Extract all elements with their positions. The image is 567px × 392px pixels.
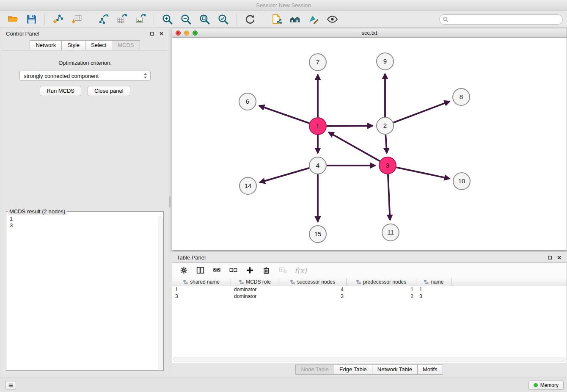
column-header-name[interactable]: name <box>416 278 452 286</box>
table-close-button[interactable] <box>556 255 562 260</box>
mcds-result-text: 1 3 <box>6 215 163 365</box>
svg-text:1: 1 <box>316 122 319 130</box>
graph-node-8[interactable]: 8 <box>453 88 470 105</box>
tab-network[interactable]: Network <box>30 40 62 50</box>
edge-1-to-6[interactable] <box>259 106 309 124</box>
unselect-all-button[interactable] <box>228 266 238 275</box>
tab-node-table[interactable]: Node Table <box>295 364 334 375</box>
svg-text:10: 10 <box>458 177 465 185</box>
column-sort-icon <box>424 280 429 284</box>
zoom-fit-button[interactable] <box>196 13 213 26</box>
column-header-shared-name[interactable]: shared name <box>172 278 231 286</box>
graph-node-6[interactable]: 6 <box>239 93 256 110</box>
result-scrollbar[interactable] <box>158 216 162 369</box>
select-all-button[interactable] <box>212 266 221 275</box>
graph-node-10[interactable]: 10 <box>453 173 470 190</box>
network-canvas[interactable]: 7968124314101511 <box>172 38 567 250</box>
home-button[interactable] <box>286 13 303 26</box>
column-sort-icon <box>239 280 244 284</box>
graph-node-9[interactable]: 9 <box>377 53 394 70</box>
search-icon <box>443 17 449 22</box>
graph-node-15[interactable]: 15 <box>309 226 326 243</box>
add-column-button[interactable] <box>245 266 254 275</box>
zoom-in-icon <box>162 14 173 25</box>
style-brush-button[interactable] <box>305 13 322 26</box>
svg-text:6: 6 <box>246 98 249 105</box>
edge-4-to-14[interactable] <box>260 168 309 182</box>
edge-2-to-8[interactable] <box>394 101 450 122</box>
column-header-successor-nodes[interactable]: successor nodes <box>279 278 347 286</box>
export-network-button[interactable] <box>95 13 112 26</box>
network-maximize-button[interactable]: + <box>193 30 198 36</box>
function-builder-button[interactable]: f(x) <box>295 266 307 275</box>
table-panel: Table Panel <box>172 252 567 376</box>
column-sort-icon <box>356 280 361 284</box>
optimization-criterion-select[interactable]: strongly connected component <box>19 71 151 81</box>
import-network-button[interactable] <box>50 13 66 26</box>
table-toolbar: f(x) <box>172 263 567 278</box>
delete-column-button[interactable] <box>261 266 271 275</box>
zoom-selected-button[interactable] <box>215 13 231 26</box>
memory-button[interactable]: Memory <box>528 381 564 390</box>
refresh-layout-button[interactable] <box>241 13 258 26</box>
graph-node-4[interactable]: 4 <box>309 157 326 174</box>
export-table-button[interactable] <box>113 13 130 26</box>
tab-style[interactable]: Style <box>61 40 85 50</box>
export-image-icon <box>135 14 146 25</box>
table-float-button[interactable] <box>547 255 553 260</box>
open-session-button[interactable] <box>4 13 21 26</box>
show-columns-button[interactable] <box>195 266 205 275</box>
graph-node-3[interactable]: 3 <box>379 157 396 174</box>
graph-node-2[interactable]: 2 <box>377 117 394 134</box>
divider-handle[interactable] <box>169 196 171 207</box>
table-row[interactable]: 1dominator411 <box>172 286 567 293</box>
network-minimize-button[interactable]: − <box>184 30 189 36</box>
column-header-predecessor-nodes[interactable]: predecessor nodes <box>347 278 416 286</box>
search-field <box>439 14 563 25</box>
run-mcds-button[interactable]: Run MCDS <box>40 86 81 96</box>
close-panel-action-button[interactable]: Close panel <box>88 86 130 96</box>
network-from-file-button[interactable] <box>268 13 285 26</box>
delete-table-button[interactable] <box>278 266 287 275</box>
control-panel: Control Panel NetworkStyleSelectMCDS Opt… <box>2 28 168 375</box>
zoom-out-button[interactable] <box>177 13 194 26</box>
edge-1-to-2[interactable] <box>327 126 373 126</box>
edge-3-to-11[interactable] <box>388 174 390 220</box>
task-history-button[interactable] <box>5 381 16 389</box>
zoom-in-button[interactable] <box>159 13 176 26</box>
graph-node-11[interactable]: 11 <box>382 224 399 241</box>
export-image-button[interactable] <box>132 13 149 26</box>
search-input[interactable] <box>439 14 563 25</box>
zoom-out-icon <box>180 14 192 25</box>
table-row[interactable]: 3dominator323 <box>172 293 567 300</box>
delete-table-icon <box>279 266 287 274</box>
graph-node-7[interactable]: 7 <box>309 54 326 71</box>
tab-network-table[interactable]: Network Table <box>372 364 418 375</box>
gear-icon <box>180 266 188 274</box>
edge-3-to-10[interactable] <box>396 167 450 179</box>
float-panel-button[interactable] <box>149 31 155 36</box>
close-panel-button[interactable] <box>159 31 164 36</box>
edge-2-to-3[interactable] <box>385 135 387 153</box>
tab-select[interactable]: Select <box>85 40 112 50</box>
network-close-button[interactable]: × <box>176 30 181 36</box>
save-session-button[interactable] <box>23 13 40 26</box>
edge-3-to-1[interactable] <box>328 132 380 161</box>
tab-edge-table[interactable]: Edge Table <box>334 364 372 375</box>
document-network-icon <box>271 14 282 25</box>
tab-motifs[interactable]: Motifs <box>417 364 443 375</box>
tab-mcds[interactable]: MCDS <box>112 40 140 50</box>
table-settings-button[interactable] <box>179 266 188 275</box>
show-graphics-details-button[interactable] <box>324 13 341 26</box>
graph-node-14[interactable]: 14 <box>239 177 256 194</box>
graph-node-1[interactable]: 1 <box>309 118 326 135</box>
window-title: Session: New Session <box>256 2 311 8</box>
import-table-button[interactable] <box>68 13 85 26</box>
panel-divider <box>169 28 171 375</box>
toolbar-separator <box>44 14 45 25</box>
column-header-mcds-role[interactable]: MCDS role <box>231 278 279 286</box>
table-hscrollbar[interactable] <box>173 357 566 362</box>
control-panel-title: Control Panel <box>6 30 39 37</box>
table-cell: 2 <box>347 293 416 299</box>
network-graph-svg: 7968124314101511 <box>172 38 567 250</box>
